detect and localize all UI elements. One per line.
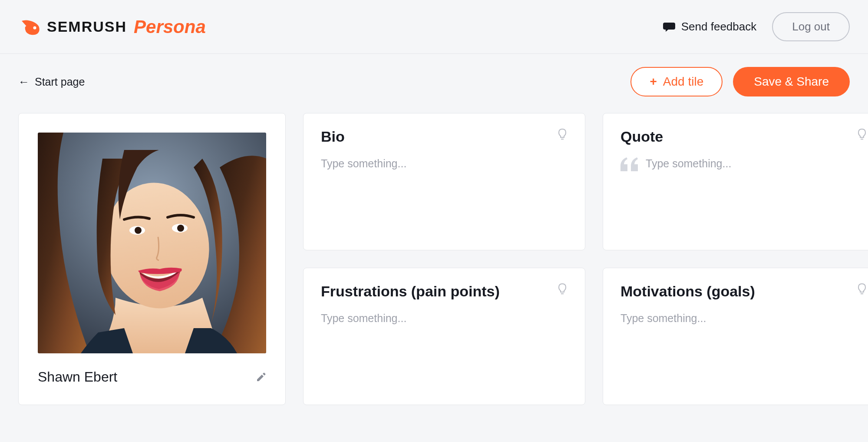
- persona-photo[interactable]: [38, 133, 266, 353]
- tile-header: Frustrations (pain points): [321, 283, 568, 300]
- quote-icon: [620, 157, 639, 171]
- bio-input[interactable]: [321, 157, 568, 170]
- motivations-tile: Motivations (goals): [603, 268, 868, 405]
- flame-icon: [18, 17, 43, 37]
- send-feedback-link[interactable]: Send feedback: [663, 20, 756, 33]
- save-share-button[interactable]: Save & Share: [733, 67, 850, 96]
- back-link[interactable]: ← Start page: [18, 76, 85, 88]
- tile-header: Motivations (goals): [620, 283, 867, 300]
- lightbulb-icon[interactable]: [557, 128, 568, 140]
- sub-actions: + Add tile Save & Share: [630, 67, 850, 96]
- persona-card: Shawn Ebert: [18, 113, 286, 405]
- persona-name-row: Shawn Ebert: [38, 369, 266, 385]
- tile-grid: Shawn Ebert Bio Quote: [0, 109, 868, 409]
- frustrations-input[interactable]: [321, 312, 568, 325]
- quote-input[interactable]: [646, 157, 867, 170]
- plus-icon: +: [650, 76, 657, 88]
- tile-header: Quote: [620, 128, 867, 145]
- svg-point-7: [177, 225, 184, 232]
- lightbulb-icon[interactable]: [857, 283, 867, 295]
- frustrations-tile: Frustrations (pain points): [303, 268, 585, 405]
- feedback-label: Send feedback: [681, 20, 756, 33]
- arrow-left-icon: ←: [18, 76, 30, 87]
- frustrations-title: Frustrations (pain points): [321, 283, 500, 300]
- svg-point-5: [135, 227, 142, 234]
- add-tile-button[interactable]: + Add tile: [630, 67, 723, 96]
- semrush-logo: SEMRUSH: [18, 17, 127, 37]
- motivations-input[interactable]: [620, 312, 867, 325]
- quote-title: Quote: [620, 128, 663, 145]
- lightbulb-icon[interactable]: [557, 283, 568, 295]
- quote-row: [620, 157, 867, 171]
- lightbulb-icon[interactable]: [857, 128, 867, 140]
- logout-button[interactable]: Log out: [772, 12, 850, 41]
- svg-point-1: [33, 26, 36, 29]
- quote-tile: Quote: [603, 113, 868, 250]
- chat-icon: [663, 22, 675, 32]
- motivations-title: Motivations (goals): [620, 283, 755, 300]
- pencil-icon[interactable]: [256, 372, 266, 382]
- brand-sub-text: Persona: [134, 17, 206, 37]
- bio-title: Bio: [321, 128, 345, 145]
- bio-tile: Bio: [303, 113, 585, 250]
- persona-name: Shawn Ebert: [38, 369, 117, 385]
- subheader: ← Start page + Add tile Save & Share: [0, 54, 868, 109]
- add-tile-label: Add tile: [663, 75, 703, 89]
- tile-header: Bio: [321, 128, 568, 145]
- logo-group: SEMRUSH Persona: [18, 17, 206, 37]
- header-actions: Send feedback Log out: [663, 12, 850, 41]
- brand-main-text: SEMRUSH: [47, 18, 127, 35]
- app-header: SEMRUSH Persona Send feedback Log out: [0, 0, 868, 54]
- back-label: Start page: [35, 76, 85, 88]
